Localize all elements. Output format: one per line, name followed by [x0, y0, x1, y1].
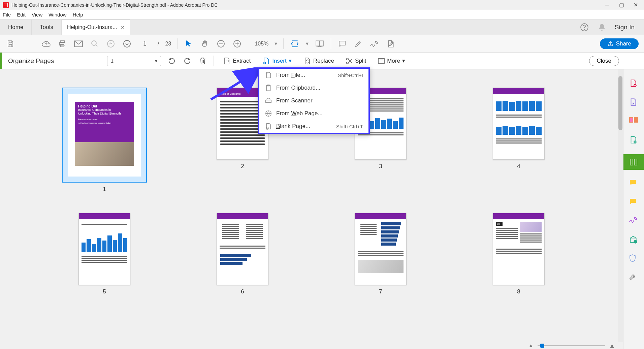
- rail-fill-sign-icon[interactable]: [629, 197, 639, 208]
- menu-view[interactable]: View: [32, 12, 42, 18]
- globe-icon: [265, 110, 272, 117]
- email-icon[interactable]: [73, 39, 84, 49]
- insert-from-file[interactable]: From File... Shift+Ctrl+I: [259, 69, 368, 82]
- page-range-select[interactable]: 1 ▾: [107, 56, 161, 66]
- svg-rect-4: [61, 44, 64, 47]
- page-down-icon[interactable]: [122, 39, 132, 49]
- rail-organize-active-icon[interactable]: [623, 154, 644, 170]
- cloud-upload-icon[interactable]: [41, 39, 51, 49]
- zoom-in-icon[interactable]: [232, 39, 242, 49]
- rail-more-tools-icon[interactable]: [629, 273, 639, 283]
- menu-file[interactable]: File: [3, 12, 11, 18]
- zoom-value[interactable]: 105%: [248, 41, 268, 47]
- insert-from-webpage[interactable]: From Web Page...: [259, 107, 368, 120]
- split-button[interactable]: Split: [343, 56, 369, 66]
- thumbnail-page-8[interactable]: 02: [493, 213, 545, 285]
- read-mode-icon[interactable]: [315, 39, 325, 49]
- thumbnail-page-7[interactable]: [355, 213, 407, 285]
- search-icon[interactable]: [90, 39, 100, 49]
- thumbnail-page-1[interactable]: Helping Out Insurance Companies in Unloc…: [62, 88, 147, 183]
- menu-help[interactable]: Help: [73, 12, 83, 18]
- help-icon[interactable]: [580, 23, 589, 32]
- svg-point-14: [347, 62, 349, 64]
- minimize-button[interactable]: ─: [604, 2, 610, 8]
- insert-blank-page[interactable]: Blank Page... Shift+Ctrl+T: [259, 120, 368, 133]
- menubar: File Edit View Window Help: [0, 10, 644, 20]
- tab-home[interactable]: Home: [0, 20, 32, 35]
- thumbnail-number-7: 7: [379, 288, 382, 295]
- thumbnail-page-6[interactable]: [217, 213, 268, 285]
- close-window-button[interactable]: ✕: [633, 2, 639, 8]
- thumbnail-number-5: 5: [103, 288, 106, 295]
- rotate-cw-icon[interactable]: [183, 56, 192, 66]
- rail-comment-icon[interactable]: [629, 179, 639, 189]
- svg-rect-26: [634, 159, 637, 165]
- thumbnail-number-2: 2: [241, 163, 244, 170]
- thumbnail-cell-7[interactable]: 7: [330, 213, 431, 295]
- insert-dropdown: From File... Shift+Ctrl+I From Clipboard…: [258, 67, 370, 134]
- save-icon[interactable]: [5, 39, 15, 49]
- page-number-input[interactable]: [138, 41, 152, 47]
- thumb-large-icon[interactable]: ▲: [609, 342, 615, 349]
- menu-window[interactable]: Window: [49, 12, 66, 18]
- insert-from-scanner[interactable]: From Scanner: [259, 94, 368, 107]
- insert-button[interactable]: Insert ▾: [259, 56, 294, 66]
- thumbnail-page-5[interactable]: [78, 213, 130, 285]
- share-button[interactable]: Share: [600, 38, 639, 49]
- split-label: Split: [355, 58, 366, 64]
- page-range-value: 1: [111, 58, 114, 64]
- tab-close-icon[interactable]: ✕: [121, 25, 125, 30]
- highlight-icon[interactable]: [353, 39, 363, 49]
- thumbnail-zoom-slider[interactable]: [538, 345, 605, 346]
- right-tool-rail: [623, 69, 644, 349]
- zoom-out-icon[interactable]: [216, 39, 226, 49]
- thumbnail-number-8: 8: [517, 288, 520, 295]
- thumbnail-cell-8[interactable]: 02 8: [468, 213, 569, 295]
- thumbnail-cell-6[interactable]: 6: [192, 213, 293, 295]
- blank-page-icon: [265, 123, 272, 130]
- rotate-ccw-icon[interactable]: [167, 56, 176, 66]
- tab-tools[interactable]: Tools: [32, 20, 62, 35]
- rail-combine-icon[interactable]: [629, 135, 639, 146]
- close-organize-button[interactable]: Close: [589, 56, 619, 66]
- scanner-icon: [265, 97, 272, 104]
- page-separator: /: [158, 41, 159, 47]
- hand-tool-icon[interactable]: [200, 39, 210, 49]
- thumbnail-scrollbar[interactable]: [618, 69, 623, 342]
- rail-edit-pdf-icon[interactable]: [629, 117, 639, 127]
- delete-icon[interactable]: [198, 56, 207, 66]
- menu-edit[interactable]: Edit: [17, 12, 26, 18]
- thumbnail-cell-1[interactable]: Helping Out Insurance Companies in Unloc…: [54, 88, 155, 193]
- notifications-icon[interactable]: [597, 23, 607, 32]
- thumbnail-cell-4[interactable]: 4: [468, 88, 569, 193]
- rail-send-icon[interactable]: [629, 235, 639, 245]
- insert-caret-icon: ▾: [289, 57, 292, 64]
- select-tool-icon[interactable]: [184, 39, 194, 49]
- rail-create-pdf-icon[interactable]: [629, 79, 639, 89]
- comment-icon[interactable]: [337, 39, 347, 49]
- fit-width-icon[interactable]: [290, 39, 300, 49]
- thumb-small-icon[interactable]: ▲: [528, 343, 534, 349]
- svg-point-7: [107, 40, 114, 47]
- insert-from-clipboard[interactable]: From Clipboard...: [259, 82, 368, 94]
- thumbnail-number-1: 1: [103, 186, 106, 193]
- rail-protect-icon[interactable]: [629, 254, 639, 264]
- zoom-dropdown-icon[interactable]: ▾: [275, 40, 277, 47]
- edit-pdf-icon[interactable]: [386, 39, 396, 49]
- replace-button[interactable]: Replace: [300, 56, 337, 66]
- tab-document-active[interactable]: Helping-Out-Insura... ✕: [62, 20, 130, 35]
- page-up-icon[interactable]: [106, 39, 116, 49]
- sign-icon[interactable]: [369, 39, 380, 49]
- print-icon[interactable]: [57, 39, 67, 49]
- more-button[interactable]: More ▾: [375, 56, 408, 66]
- rail-sign-icon[interactable]: [629, 216, 639, 226]
- rail-export-pdf-icon[interactable]: [629, 98, 639, 108]
- maximize-button[interactable]: ▢: [618, 2, 624, 8]
- fit-dropdown-icon[interactable]: ▾: [306, 40, 309, 47]
- tab-document-label: Helping-Out-Insura...: [67, 24, 117, 30]
- extract-button[interactable]: Extract: [220, 56, 253, 66]
- thumbnail-page-4[interactable]: [493, 88, 545, 160]
- thumbnail-cell-5[interactable]: 5: [54, 213, 155, 295]
- sign-in-link[interactable]: Sign In: [615, 24, 635, 31]
- file-icon: [265, 71, 272, 79]
